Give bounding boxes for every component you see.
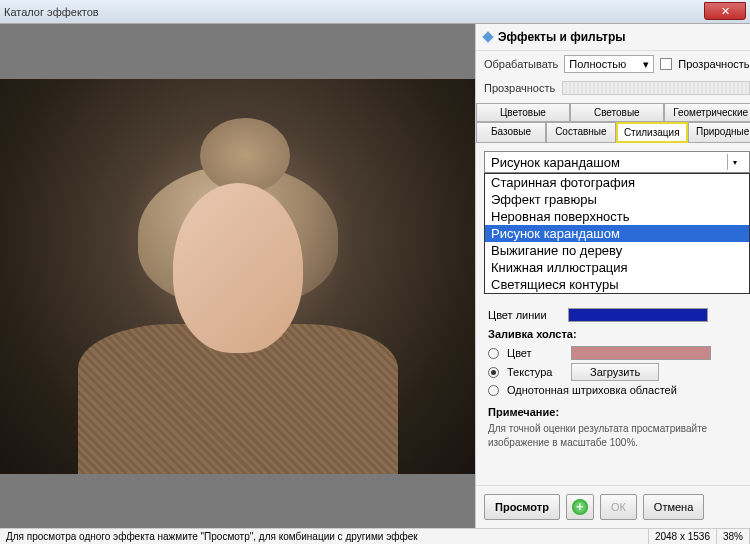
effect-dropdown: Рисунок карандашом ▾ Старинная фотографи… [484, 151, 750, 173]
tab-nature[interactable]: Природные [688, 122, 750, 143]
process-row: Обрабатывать Полностью ▾ Прозрачность [476, 51, 750, 77]
add-button[interactable]: + [566, 494, 594, 520]
effect-dropdown-selected[interactable]: Рисунок карандашом ▾ [484, 151, 750, 173]
status-hint: Для просмотра одного эффекта нажмите "Пр… [0, 529, 649, 544]
line-color-label: Цвет линии [488, 309, 560, 321]
window-title: Каталог эффектов [4, 6, 99, 18]
process-select[interactable]: Полностью ▾ [564, 55, 654, 73]
transparency-slider[interactable] [562, 81, 750, 95]
transparency-checkbox[interactable] [660, 58, 672, 70]
dropdown-item[interactable]: Старинная фотография [485, 174, 749, 191]
dropdown-item[interactable]: Выжигание по дереву [485, 242, 749, 259]
dropdown-item[interactable]: Неровная поверхность [485, 208, 749, 225]
dropdown-item[interactable]: Светящиеся контуры [485, 276, 749, 293]
panel-header: Эффекты и фильтры [476, 24, 750, 51]
panel-title: Эффекты и фильтры [498, 30, 626, 44]
tab-basic[interactable]: Базовые [476, 122, 546, 143]
portrait-bun [200, 118, 290, 193]
tab-light[interactable]: Световые [570, 103, 664, 122]
texture-radio[interactable] [488, 367, 499, 378]
transparency-row: Прозрачность [476, 77, 750, 99]
dropdown-item[interactable]: Книжная иллюстрация [485, 259, 749, 276]
tab-geometric[interactable]: Геометрические [664, 103, 750, 122]
preview-button[interactable]: Просмотр [484, 494, 560, 520]
chevron-down-icon: ▾ [727, 154, 743, 170]
tab-color[interactable]: Цветовые [476, 103, 570, 122]
tab-row-2: Базовые Составные Стилизация Природные [476, 122, 750, 143]
close-icon: ✕ [721, 5, 730, 18]
process-label: Обрабатывать [484, 58, 558, 70]
button-bar: Просмотр + ОК Отмена [476, 485, 750, 528]
transparency-label: Прозрачность [484, 82, 556, 94]
preview-image[interactable] [0, 79, 475, 474]
dropdown-item[interactable]: Эффект гравюры [485, 191, 749, 208]
mono-radio-label: Однотонная штриховка областей [507, 384, 677, 396]
effects-panel: Эффекты и фильтры Обрабатывать Полностью… [475, 24, 750, 528]
main-area: Эффекты и фильтры Обрабатывать Полностью… [0, 24, 750, 528]
note-text: Для точной оценки результата просматрива… [488, 422, 746, 450]
texture-radio-row: Текстура Загрузить [488, 363, 746, 381]
tab-composite[interactable]: Составные [546, 122, 616, 143]
chevron-down-icon: ▾ [643, 58, 649, 71]
load-button[interactable]: Загрузить [571, 363, 659, 381]
statusbar: Для просмотра одного эффекта нажмите "Пр… [0, 528, 750, 544]
preview-panel [0, 24, 475, 528]
texture-radio-label: Текстура [507, 366, 563, 378]
titlebar: Каталог эффектов ✕ [0, 0, 750, 24]
diamond-icon [482, 31, 493, 42]
color-radio-label: Цвет [507, 347, 563, 359]
line-color-swatch[interactable] [568, 308, 708, 322]
line-color-row: Цвет линии [488, 308, 746, 322]
color-radio[interactable] [488, 348, 499, 359]
mono-radio[interactable] [488, 385, 499, 396]
fill-color-swatch[interactable] [571, 346, 711, 360]
mono-radio-row: Однотонная штриховка областей [488, 384, 746, 396]
color-radio-row: Цвет [488, 346, 746, 360]
params-area: Цвет линии Заливка холста: Цвет Текстура… [476, 301, 750, 454]
dropdown-item-highlighted[interactable]: Рисунок карандашом [485, 225, 749, 242]
cancel-button[interactable]: Отмена [643, 494, 704, 520]
note-header: Примечание: [488, 406, 746, 418]
tab-stylization[interactable]: Стилизация [616, 122, 688, 143]
tabs: Цветовые Световые Геометрические Базовые… [476, 103, 750, 143]
close-button[interactable]: ✕ [704, 2, 746, 20]
status-dimensions: 2048 x 1536 [649, 529, 717, 544]
plus-icon: + [572, 499, 588, 515]
tab-row-1: Цветовые Световые Геометрические [476, 103, 750, 122]
fill-header: Заливка холста: [488, 328, 746, 340]
transparency-checkbox-label: Прозрачность [678, 58, 749, 70]
status-zoom: 38% [717, 529, 750, 544]
ok-button[interactable]: ОК [600, 494, 637, 520]
effect-dropdown-list: Старинная фотография Эффект гравюры Неро… [484, 173, 750, 294]
portrait-face [173, 183, 303, 353]
